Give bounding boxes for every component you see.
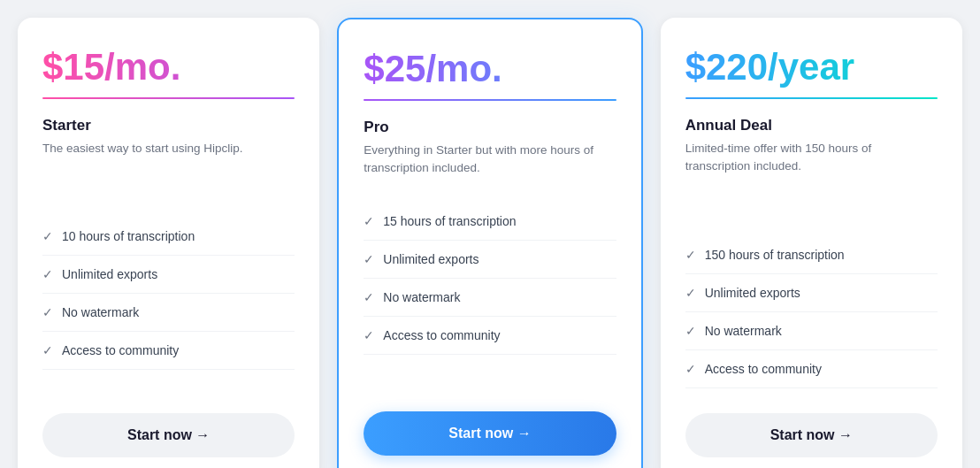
list-item: ✓Access to community [364,317,616,355]
start-button-annual[interactable]: Start now → [685,413,938,457]
list-item: ✓10 hours of transcription [42,218,295,256]
list-item: ✓No watermark [42,294,295,332]
check-icon: ✓ [364,290,374,304]
feature-label: Unlimited exports [62,267,157,281]
feature-label: No watermark [705,324,782,338]
check-icon: ✓ [685,286,696,300]
feature-label: Unlimited exports [705,286,800,300]
check-icon: ✓ [42,343,53,357]
plan-desc-annual: Limited-time offer with 150 hours of tra… [685,140,938,176]
list-item: ✓Access to community [685,350,938,388]
feature-label: Access to community [383,328,500,342]
check-icon: ✓ [42,305,53,319]
plan-name-pro: Pro [364,119,616,136]
feature-label: Access to community [62,343,179,357]
features-list-annual: ✓150 hours of transcription✓Unlimited ex… [685,236,938,388]
price-pro: $25/mo. [364,48,616,90]
plan-name-starter: Starter [42,117,295,134]
check-icon: ✓ [685,248,696,262]
plan-desc-starter: The easiest way to start using Hipclip. [42,140,295,157]
list-item: ✓Unlimited exports [685,274,938,312]
check-icon: ✓ [364,214,374,228]
pricing-card-annual: $220/yearAnnual DealLimited-time offer w… [661,18,962,468]
plan-desc-pro: Everything in Starter but with more hour… [364,142,616,178]
list-item: ✓Unlimited exports [42,256,295,294]
list-item: ✓No watermark [685,312,938,350]
check-icon: ✓ [42,267,53,281]
feature-label: Access to community [705,362,822,376]
pricing-card-pro: $25/mo.ProEverything in Starter but with… [337,18,642,468]
list-item: ✓15 hours of transcription [364,203,616,241]
check-icon: ✓ [685,324,696,338]
feature-label: No watermark [62,305,139,319]
feature-label: 150 hours of transcription [705,248,845,262]
list-item: ✓Access to community [42,332,295,370]
pricing-card-starter: $15/mo.StarterThe easiest way to start u… [18,18,319,468]
divider-starter [42,97,295,99]
divider-annual [685,97,938,99]
features-list-pro: ✓15 hours of transcription✓Unlimited exp… [364,203,616,387]
feature-label: 15 hours of transcription [383,214,516,228]
feature-label: Unlimited exports [383,252,479,266]
start-button-pro[interactable]: Start now → [364,411,616,456]
features-list-starter: ✓10 hours of transcription✓Unlimited exp… [42,218,295,387]
pricing-container: $15/mo.StarterThe easiest way to start u… [18,18,962,468]
start-button-starter[interactable]: Start now → [42,413,295,457]
price-annual: $220/year [685,46,938,88]
check-icon: ✓ [364,252,374,266]
divider-pro [364,99,616,101]
price-starter: $15/mo. [42,46,295,88]
check-icon: ✓ [364,328,374,342]
check-icon: ✓ [42,229,53,243]
feature-label: No watermark [383,290,460,304]
plan-name-annual: Annual Deal [685,117,938,134]
check-icon: ✓ [685,362,696,376]
list-item: ✓No watermark [364,279,616,317]
list-item: ✓150 hours of transcription [685,236,938,274]
feature-label: 10 hours of transcription [62,229,195,243]
list-item: ✓Unlimited exports [364,241,616,279]
